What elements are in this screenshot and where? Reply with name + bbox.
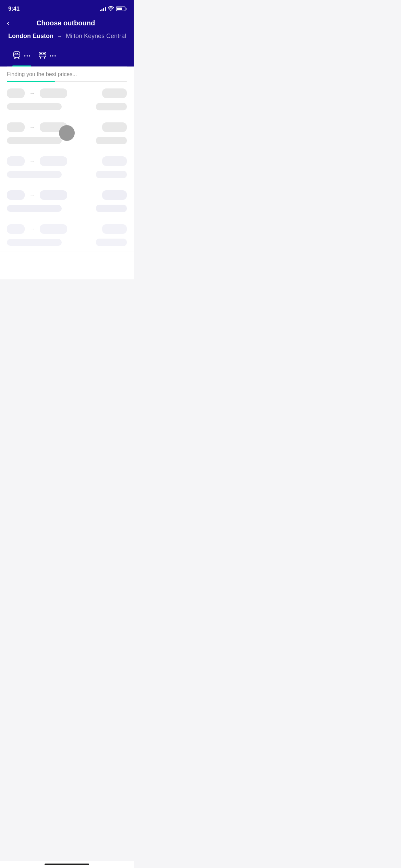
operator-skeleton	[7, 239, 62, 246]
result-card[interactable]: →	[0, 218, 134, 252]
duration-skeleton	[96, 205, 127, 212]
price-skeleton	[102, 156, 127, 166]
result-times: →	[7, 88, 67, 98]
progress-bar-fill	[7, 81, 55, 82]
journey-arrow-icon: →	[29, 124, 35, 130]
journey-arrow-icon: →	[29, 90, 35, 96]
header-nav: ‹ Choose outbound	[7, 19, 127, 27]
loading-section: Finding you the best prices...	[0, 67, 134, 82]
bus-icon	[38, 51, 47, 61]
operator-skeleton	[7, 103, 62, 110]
journey-arrow-icon: →	[29, 158, 35, 164]
duration-skeleton	[96, 171, 127, 178]
arrive-time-skeleton	[40, 156, 67, 166]
route-destination: Milton Keynes Central	[66, 33, 126, 40]
result-info-row	[7, 171, 127, 178]
status-time: 9:41	[8, 5, 20, 12]
price-skeleton	[102, 88, 127, 98]
svg-rect-0	[14, 52, 20, 57]
result-times: →	[7, 224, 67, 234]
result-card[interactable]: →	[0, 82, 134, 116]
transport-tabs: ••• •••	[7, 47, 127, 67]
result-times: →	[7, 122, 67, 132]
result-info-row	[7, 103, 127, 110]
route-arrow-icon: →	[57, 33, 62, 39]
tab-train[interactable]: •••	[12, 47, 31, 66]
arrive-time-skeleton	[40, 88, 67, 98]
arrive-time-skeleton	[40, 224, 67, 234]
svg-rect-15	[40, 53, 42, 54]
route-row: London Euston → Milton Keynes Central	[7, 33, 127, 40]
result-info-row	[7, 205, 127, 212]
train-tab-dots: •••	[24, 53, 31, 59]
operator-skeleton	[7, 137, 62, 144]
result-times: →	[7, 156, 67, 166]
journey-arrow-icon: →	[29, 192, 35, 198]
battery-icon	[116, 7, 125, 11]
route-origin: London Euston	[8, 33, 53, 40]
back-button[interactable]: ‹	[7, 20, 15, 27]
header: ‹ Choose outbound London Euston → Milton…	[0, 16, 134, 67]
depart-time-skeleton	[7, 88, 25, 98]
result-times: →	[7, 190, 67, 200]
status-icons	[100, 6, 125, 12]
svg-rect-7	[17, 53, 18, 54]
result-times-row: →	[7, 190, 127, 200]
train-icon	[12, 51, 21, 61]
page-title: Choose outbound	[15, 19, 127, 27]
svg-rect-16	[43, 53, 45, 54]
spacer-card	[0, 252, 134, 279]
depart-time-skeleton	[7, 122, 25, 132]
bus-tab-dots: •••	[50, 53, 57, 59]
result-card[interactable]: →	[0, 184, 134, 218]
duration-skeleton	[96, 103, 127, 110]
status-bar: 9:41	[0, 0, 134, 16]
price-skeleton	[102, 190, 127, 200]
price-skeleton	[102, 224, 127, 234]
progress-bar	[7, 81, 127, 82]
journey-arrow-icon: →	[29, 226, 35, 232]
wifi-icon	[108, 6, 114, 12]
duration-skeleton	[96, 239, 127, 246]
svg-rect-8	[39, 52, 46, 57]
result-card[interactable]: →	[0, 116, 134, 150]
result-info-row	[7, 239, 127, 246]
svg-rect-6	[15, 53, 16, 54]
operator-skeleton	[7, 171, 62, 178]
result-times-row: →	[7, 88, 127, 98]
duration-skeleton	[96, 137, 127, 144]
loading-text: Finding you the best prices...	[7, 71, 127, 77]
arrive-time-skeleton	[40, 190, 67, 200]
signal-icon	[100, 7, 106, 11]
result-times-row: →	[7, 156, 127, 166]
results-list: → → →	[0, 82, 134, 279]
operator-skeleton	[7, 205, 62, 212]
loading-dot	[59, 125, 75, 141]
result-times-row: →	[7, 224, 127, 234]
depart-time-skeleton	[7, 190, 25, 200]
result-card[interactable]: →	[0, 150, 134, 184]
price-skeleton	[102, 122, 127, 132]
depart-time-skeleton	[7, 156, 25, 166]
depart-time-skeleton	[7, 224, 25, 234]
tab-bus[interactable]: •••	[38, 47, 57, 66]
